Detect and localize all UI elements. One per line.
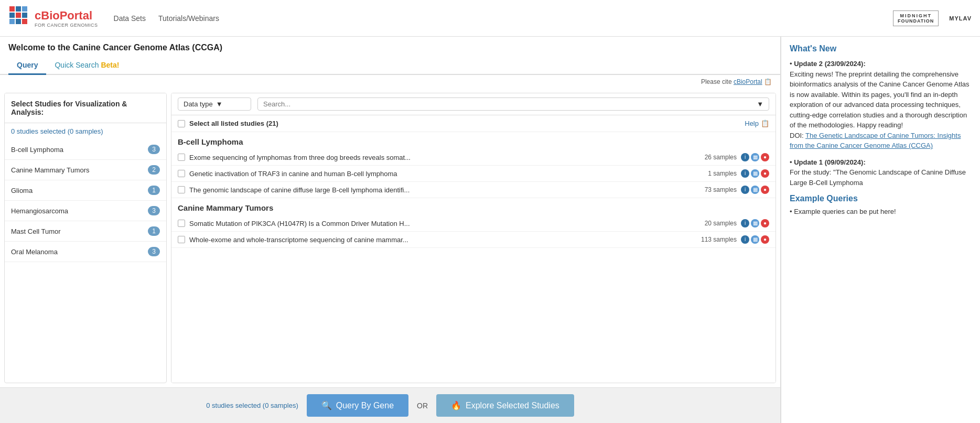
study-checkbox[interactable] [178, 236, 185, 243]
pie-icon[interactable]: ● [761, 169, 769, 178]
study-sidebar-item-count: 1 [148, 226, 160, 236]
logo-area: cBioPortal FOR CANCER GENOMICS [8, 5, 98, 31]
logo-text: cBioPortal FOR CANCER GENOMICS [35, 9, 98, 28]
main-container: Welcome to the Canine Cancer Genome Atla… [0, 37, 980, 423]
news-doi-1: DOI: [790, 132, 805, 139]
select-all-label[interactable]: Select all listed studies (21) [178, 120, 278, 127]
pie-icon[interactable]: ● [761, 186, 769, 194]
study-checkbox[interactable] [178, 186, 185, 193]
news-title-1: Update 2 (23/09/2024): [794, 60, 866, 68]
study-sidebar-item[interactable]: Hemangiosarcoma 3 [5, 201, 166, 221]
chart-icon[interactable]: ▦ [751, 186, 759, 194]
study-row-icons: i ▦ ● [741, 235, 769, 244]
chart-icon[interactable]: ▦ [751, 169, 759, 178]
svg-rect-8 [16, 19, 21, 24]
nav-datasets[interactable]: Data Sets [114, 14, 146, 23]
news-item-2: • Update 1 (09/09/2024): For the study: … [790, 157, 972, 188]
pie-icon[interactable]: ● [761, 219, 769, 227]
study-row-samples: 73 samples [705, 186, 737, 193]
study-sidebar-item[interactable]: B-cell Lymphoma 3 [5, 139, 166, 160]
study-sidebar-item-name: B-cell Lymphoma [11, 146, 63, 154]
search-input[interactable] [263, 100, 753, 108]
study-sidebar-item-count: 3 [148, 206, 160, 215]
datatype-select[interactable]: Data type ▼ [178, 97, 251, 111]
query-btn-label: Query By Gene [336, 401, 394, 410]
study-checkbox[interactable] [178, 220, 185, 227]
study-row-name: Genetic inactivation of TRAF3 in canine … [189, 170, 704, 178]
study-checkbox[interactable] [178, 170, 185, 177]
news-bullet-2: • Update 1 (09/09/2024): For the study: … [790, 157, 972, 188]
info-icon[interactable]: i [741, 219, 749, 227]
study-checkbox[interactable] [178, 154, 185, 161]
chevron-down-icon: ▼ [216, 100, 223, 108]
study-row-icons: i ▦ ● [741, 186, 769, 194]
study-row-samples: 20 samples [705, 220, 737, 227]
whats-new-title: What's New [781, 37, 980, 57]
study-row-name: Somatic Mutation of PIK3CA (H1047R) Is a… [189, 220, 701, 227]
cite-link[interactable]: cBioPortal [734, 78, 762, 85]
study-row-icons: i ▦ ● [741, 219, 769, 227]
study-sidebar-item[interactable]: Oral Melanoma 3 [5, 242, 166, 262]
tab-quick-search-beta: Beta! [101, 61, 119, 69]
study-main: Data type ▼ ▼ Select all listed studies … [171, 93, 776, 383]
info-icon[interactable]: i [741, 235, 749, 244]
study-sidebar-item-count: 3 [148, 145, 160, 154]
explore-icon: 🔥 [451, 400, 461, 410]
help-link[interactable]: Help 📋 [745, 120, 769, 127]
study-sidebar-item[interactable]: Mast Cell Tumor 1 [5, 221, 166, 242]
svg-rect-5 [16, 13, 21, 18]
select-all-checkbox[interactable] [178, 120, 185, 127]
chart-icon[interactable]: ▦ [751, 235, 759, 244]
pie-icon[interactable]: ● [761, 235, 769, 244]
study-row-name: Exome sequencing of lymphomas from three… [189, 154, 701, 161]
study-sidebar-item-count: 1 [148, 186, 160, 195]
study-sidebar-item[interactable]: Glioma 1 [5, 180, 166, 201]
tabs: Query Quick Search Beta! [0, 57, 780, 75]
study-main-toolbar: Data type ▼ ▼ [171, 93, 776, 115]
study-sidebar-item[interactable]: Canine Mammary Tumors 2 [5, 160, 166, 180]
info-icon[interactable]: i [741, 169, 749, 178]
news-bullet-1: • Update 2 (23/09/2024): Exciting news! … [790, 59, 972, 151]
news-title-2: Update 1 (09/09/2024): [794, 158, 866, 166]
search-icon: 🔍 [321, 400, 332, 410]
help-icon: 📋 [761, 120, 769, 127]
tab-quick-search[interactable]: Quick Search Beta! [46, 57, 127, 75]
study-selected-info: 0 studies selected (0 samples) [5, 123, 166, 139]
query-by-gene-button[interactable]: 🔍 Query By Gene [307, 394, 408, 417]
study-group-title: Canine Mammary Tumors [171, 198, 776, 215]
study-row-samples: 1 samples [708, 170, 737, 177]
example-queries-content: • Example queries can be put here! [790, 208, 972, 215]
explore-selected-button[interactable]: 🔥 Explore Selected Studies [436, 394, 574, 417]
right-panel: What's New • Update 2 (23/09/2024): Exci… [781, 37, 980, 423]
svg-rect-2 [16, 6, 21, 12]
explore-btn-label: Explore Selected Studies [466, 401, 559, 410]
info-icon[interactable]: i [741, 153, 749, 161]
cbio-logo-icon [8, 5, 35, 31]
nav-tutorials[interactable]: Tutorials/Webinars [158, 14, 219, 23]
study-row: Somatic Mutation of PIK3CA (H1047R) Is a… [171, 215, 776, 232]
help-label: Help [745, 120, 759, 127]
cite-icon: 📋 [764, 78, 772, 85]
study-sidebar-header: Select Studies for Visualization & Analy… [5, 93, 166, 123]
study-row: Whole-exome and whole-transcriptome sequ… [171, 232, 776, 248]
nav-links: Data Sets Tutorials/Webinars [114, 14, 219, 23]
mylav-logo: MYLAV [949, 15, 972, 21]
info-icon[interactable]: i [741, 186, 749, 194]
search-dropdown-icon[interactable]: ▼ [757, 100, 763, 108]
news-body-2: For the study: "The Genomic Landscape of… [790, 168, 966, 187]
study-sidebar-item-name: Hemangiosarcoma [11, 207, 68, 215]
tab-query[interactable]: Query [8, 57, 46, 75]
study-sidebar-item-name: Glioma [11, 187, 33, 194]
cite-text: Please cite [701, 78, 734, 85]
svg-rect-9 [22, 19, 27, 24]
study-sidebar-item-name: Mast Cell Tumor [11, 227, 61, 235]
study-row-samples: 113 samples [701, 236, 737, 243]
news-link-1[interactable]: The Genetic Landscape of Canine Tumors: … [790, 132, 961, 150]
svg-rect-6 [22, 13, 27, 18]
chart-icon[interactable]: ▦ [751, 219, 759, 227]
bottom-selected-text: 0 studies selected (0 samples) [206, 402, 298, 409]
search-area: ▼ [257, 97, 769, 111]
pie-icon[interactable]: ● [761, 153, 769, 161]
study-row-name: Whole-exome and whole-transcriptome sequ… [189, 236, 697, 244]
chart-icon[interactable]: ▦ [751, 153, 759, 161]
